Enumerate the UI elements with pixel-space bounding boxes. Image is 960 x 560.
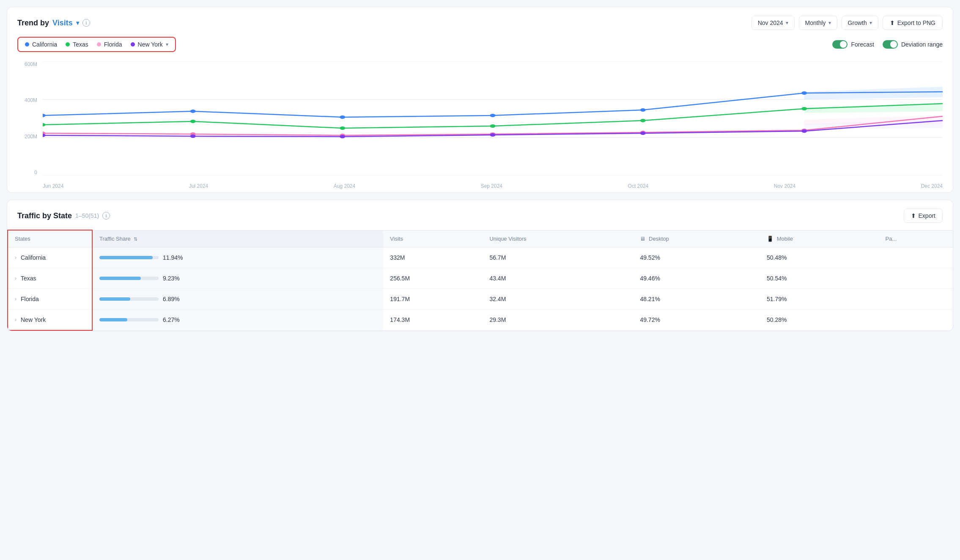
growth-dropdown[interactable]: Growth ▾ (842, 16, 878, 30)
state-cell-3: › New York (8, 310, 92, 331)
svg-point-17 (490, 124, 495, 128)
chart-info-icon[interactable]: i (82, 19, 90, 27)
bar-container-0 (99, 256, 159, 259)
unique-visitors-cell-2: 32.4M (483, 289, 633, 310)
svg-point-8 (43, 114, 46, 117)
pages-cell-0 (879, 247, 953, 268)
state-name-1: Texas (21, 275, 36, 282)
chart-card: Trend by Visits ▾ i Nov 2024 ▾ Monthly ▾… (7, 7, 953, 193)
bar-fill-1 (99, 277, 141, 280)
table-row: › Texas 9.23% 256.5M 43.4M 49.46% 50.54% (8, 268, 953, 289)
export-png-button[interactable]: ⬆ Export to PNG (883, 16, 943, 30)
expand-chevron-1[interactable]: › (15, 275, 16, 281)
x-label-aug: Aug 2024 (334, 183, 355, 189)
th-traffic-label: Traffic Share (99, 236, 131, 242)
forecast-toggle[interactable] (832, 40, 848, 49)
desktop-value-3: 49.72% (640, 316, 660, 323)
expand-chevron-0[interactable]: › (15, 255, 16, 261)
traffic-bar-wrapper-1: 9.23% (99, 275, 376, 282)
date-label: Nov 2024 (758, 19, 783, 26)
desktop-value-0: 49.52% (640, 254, 660, 261)
state-cell-0: › California (8, 247, 92, 268)
deviation-label: Deviation range (901, 41, 943, 48)
traffic-table: States Traffic Share ⇅ Visits Unique Vis… (7, 230, 953, 331)
chart-title-prefix: Trend by (17, 19, 49, 27)
period-dropdown[interactable]: Monthly ▾ (799, 16, 837, 30)
svg-point-18 (640, 119, 646, 122)
period-chevron-icon: ▾ (828, 20, 831, 26)
th-states: States (8, 230, 92, 247)
table-export-label: Export (919, 212, 935, 219)
legend-item-florida[interactable]: Florida (97, 41, 122, 48)
svg-point-28 (340, 135, 345, 138)
svg-point-19 (801, 107, 807, 110)
export-icon: ⬆ (890, 19, 895, 26)
th-traffic-share[interactable]: Traffic Share ⇅ (92, 230, 383, 247)
y-label-0: 0 (34, 170, 37, 176)
table-export-button[interactable]: ⬆ Export (904, 209, 943, 223)
pages-cell-1 (879, 268, 953, 289)
visits-link[interactable]: Visits (52, 19, 73, 27)
legend-item-newyork[interactable]: New York ▾ (131, 41, 168, 48)
state-cell-2: › Florida (8, 289, 92, 310)
table-export-icon: ⬆ (911, 212, 916, 219)
desktop-cell-3: 49.72% (633, 310, 760, 331)
newyork-chevron-icon: ▾ (166, 41, 168, 47)
x-label-jun: Jun 2024 (43, 183, 63, 189)
bar-container-1 (99, 277, 159, 280)
unique-visitors-cell-1: 43.4M (483, 268, 633, 289)
deviation-toggle[interactable] (883, 40, 898, 49)
table-row: › Florida 6.89% 191.7M 32.4M 48.21% 51.7… (8, 289, 953, 310)
traffic-bar-wrapper-2: 6.89% (99, 296, 376, 302)
visits-value-3: 174.3M (390, 316, 410, 323)
svg-point-13 (801, 91, 807, 95)
x-label-oct: Oct 2024 (628, 183, 649, 189)
table-title: Traffic by State 1–50(51) i (17, 211, 110, 220)
svg-point-15 (190, 120, 196, 123)
title-chevron-icon[interactable]: ▾ (76, 19, 79, 26)
chart-area: 600M 400M 200M 0 (17, 57, 943, 192)
desktop-cell-2: 48.21% (633, 289, 760, 310)
table-info-icon[interactable]: i (102, 212, 110, 220)
unique-visitors-value-2: 32.4M (489, 296, 506, 302)
mobile-cell-3: 50.28% (760, 310, 879, 331)
legend-item-california[interactable]: California (25, 41, 57, 48)
deviation-toggle-item: Deviation range (883, 40, 943, 49)
date-chevron-icon: ▾ (786, 20, 788, 26)
svg-point-29 (490, 133, 495, 137)
unique-visitors-cell-0: 56.7M (483, 247, 633, 268)
expand-chevron-2[interactable]: › (15, 296, 16, 302)
desktop-value-2: 48.21% (640, 296, 660, 302)
date-dropdown[interactable]: Nov 2024 ▾ (752, 16, 795, 30)
chart-section: Trend by Visits ▾ i Nov 2024 ▾ Monthly ▾… (7, 7, 953, 192)
chart-header: Trend by Visits ▾ i Nov 2024 ▾ Monthly ▾… (17, 16, 943, 30)
visits-value-2: 191.7M (390, 296, 410, 302)
traffic-share-pct-1: 9.23% (163, 275, 180, 282)
legend-item-texas[interactable]: Texas (66, 41, 88, 48)
bar-container-2 (99, 297, 159, 301)
table-count: 1–50(51) (75, 212, 99, 219)
bar-fill-3 (99, 318, 127, 321)
newyork-label: New York (138, 41, 163, 48)
pages-cell-3 (879, 310, 953, 331)
th-unique-label: Unique Visitors (489, 236, 526, 242)
traffic-bar-wrapper-0: 11.94% (99, 254, 376, 261)
visits-cell-2: 191.7M (383, 289, 483, 310)
table-row: › California 11.94% 332M 56.7M 49.52% 50… (8, 247, 953, 268)
th-visits-label: Visits (390, 236, 403, 242)
unique-visitors-value-3: 29.3M (489, 316, 506, 323)
forecast-toggle-item: Forecast (832, 40, 874, 49)
th-visits: Visits (383, 230, 483, 247)
svg-point-30 (640, 132, 646, 135)
growth-label: Growth (848, 19, 867, 26)
mobile-value-3: 50.28% (767, 316, 787, 323)
mobile-icon: 📱 (767, 236, 773, 242)
mobile-value-2: 51.79% (767, 296, 787, 302)
visits-value-1: 256.5M (390, 275, 410, 282)
mobile-value-0: 50.48% (767, 254, 787, 261)
expand-chevron-3[interactable]: › (15, 317, 16, 323)
california-label: California (32, 41, 57, 48)
visits-value-0: 332M (390, 254, 405, 261)
california-dot (25, 42, 29, 47)
bar-fill-0 (99, 256, 153, 259)
